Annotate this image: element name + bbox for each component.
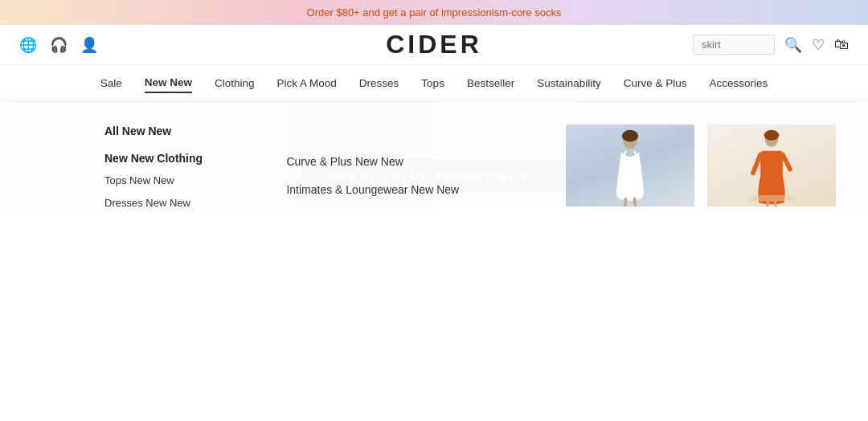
svg-rect-8 [760,151,783,181]
svg-line-9 [753,154,760,173]
dropdown-img-knitwear: Knitwear New New See All [707,125,836,206]
svg-point-7 [764,130,779,141]
wishlist-icon[interactable]: ♡ [812,36,825,54]
nav-item-tops[interactable]: Tops [421,74,444,92]
nav-item-sustainability[interactable]: Sustainability [537,74,601,92]
dropdown-link-dresses[interactable]: Dresses New New [104,195,254,207]
dropdown-images: Dresses New New See All [566,125,836,206]
cart-icon[interactable]: 🛍 [834,36,849,53]
svg-line-4 [624,199,626,206]
svg-line-12 [776,202,777,206]
dropdown-menu: All New New New New Clothing Tops New Ne… [0,101,868,206]
nav-item-curveplus[interactable]: Curve & Plus [624,74,687,92]
svg-line-5 [635,199,637,206]
nav-item-dresses[interactable]: Dresses [359,74,399,92]
site-logo[interactable]: CIDER [386,30,482,59]
nav-item-newnew[interactable]: New New [145,73,192,93]
svg-rect-13 [749,195,793,201]
knitwear-image [707,125,836,206]
header-left-icons: 🌐 🎧 👤 [19,36,98,54]
nav-item-sale[interactable]: Sale [100,74,122,92]
dropdown-link-tops[interactable]: Tops New New [104,173,254,189]
dropdown-heading-clothing[interactable]: New New Clothing [104,152,254,165]
svg-line-10 [783,154,790,169]
nav-item-clothing[interactable]: Clothing [215,74,255,92]
top-banner: Order $80+ and get a pair of impressioni… [0,0,868,25]
search-box[interactable] [693,35,775,55]
main-nav: Sale New New Clothing Pick A Mood Dresse… [0,65,868,102]
dropdown-link-curveplus[interactable]: Curve & Plus New New [286,153,463,170]
account-icon[interactable]: 👤 [80,36,98,54]
globe-icon[interactable]: 🌐 [19,36,37,54]
header-right: 🔍 ♡ 🛍 [693,35,849,55]
headphone-icon[interactable]: 🎧 [50,36,68,54]
dropdown-col-2: Curve & Plus New New Intimates & Loungew… [286,125,463,206]
dropdown-all-newnew[interactable]: All New New [104,125,254,137]
dropdown-link-intimates[interactable]: Intimates & Loungewear New New [286,182,463,198]
search-icon[interactable]: 🔍 [784,36,802,54]
svg-point-1 [622,130,638,142]
nav-item-accessories[interactable]: Accessories [710,74,768,92]
dress-image-white [566,125,694,206]
dropdown-col-1: All New New New New Clothing Tops New Ne… [104,125,254,206]
nav-item-pickamood[interactable]: Pick A Mood [277,74,337,92]
banner-text: Order $80+ and get a pair of impressioni… [307,6,562,18]
nav-item-bestseller[interactable]: Bestseller [467,74,514,92]
dropdown-img-dresses: Dresses New New See All [566,125,694,206]
svg-line-11 [767,202,768,206]
search-input[interactable] [702,39,766,51]
header: 🌐 🎧 👤 CIDER 🔍 ♡ 🛍 [0,25,868,65]
